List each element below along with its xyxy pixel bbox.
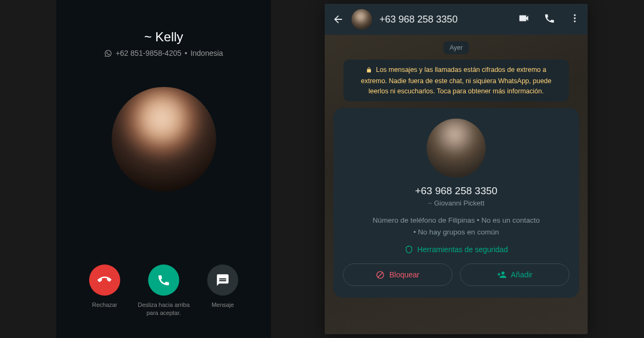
accept-label: Desliza hacia arriba para aceptar. [137,301,191,317]
contact-phone: +63 968 258 3350 [415,185,497,197]
svg-point-1 [574,17,575,19]
caller-country: Indonesia [191,49,223,57]
security-tools-link[interactable]: Herramientas de seguridad [405,245,508,254]
lock-icon [366,66,372,76]
decline-label: Rechazar [92,301,117,308]
header-phone[interactable]: +63 968 258 3350 [379,14,510,25]
svg-point-0 [574,14,575,16]
accept-button[interactable] [148,264,179,296]
caller-info: +62 851-9858-4205 • Indonesia [104,49,223,57]
caller-name: ~ Kelly [144,30,184,45]
block-button[interactable]: Bloquear [343,263,452,286]
date-separator: Ayer [443,41,469,54]
call-action-row: Rechazar Desliza hacia arriba para acept… [56,264,271,317]
incoming-call-screen: ~ Kelly +62 851-9858-4205 • Indonesia Re… [56,0,271,338]
decline-button[interactable] [89,264,120,296]
more-icon[interactable] [569,13,580,26]
message-button[interactable] [207,264,238,296]
svg-line-4 [378,273,383,277]
svg-point-2 [574,20,575,22]
contact-name: Giovanni Pickett [428,199,484,207]
encryption-text: Los mensajes y las llamadas están cifrad… [361,66,551,95]
header-avatar[interactable] [352,9,372,30]
encryption-notice[interactable]: Los mensajes y las llamadas están cifrad… [343,60,569,101]
caller-phone: +62 851-9858-4205 [115,49,181,57]
message-label: Mensaje [211,301,234,308]
back-button[interactable] [332,13,344,25]
contact-meta: Número de teléfono de Filipinas • No es … [372,215,540,238]
contact-avatar[interactable] [427,119,486,178]
chat-header: +63 968 258 3350 [325,4,588,35]
caller-avatar [112,87,216,192]
chat-body: Ayer Los mensajes y las llamadas están c… [325,35,588,334]
add-contact-button[interactable]: Añadir [460,263,569,286]
whatsapp-icon [104,49,112,57]
chat-screen: +63 968 258 3350 Ayer Los mensajes y las… [325,4,588,334]
card-actions: Bloquear Añadir [343,263,569,286]
contact-info-card: +63 968 258 3350 Giovanni Pickett Número… [333,108,579,298]
video-call-icon[interactable] [518,12,530,26]
voice-call-icon[interactable] [544,12,555,26]
